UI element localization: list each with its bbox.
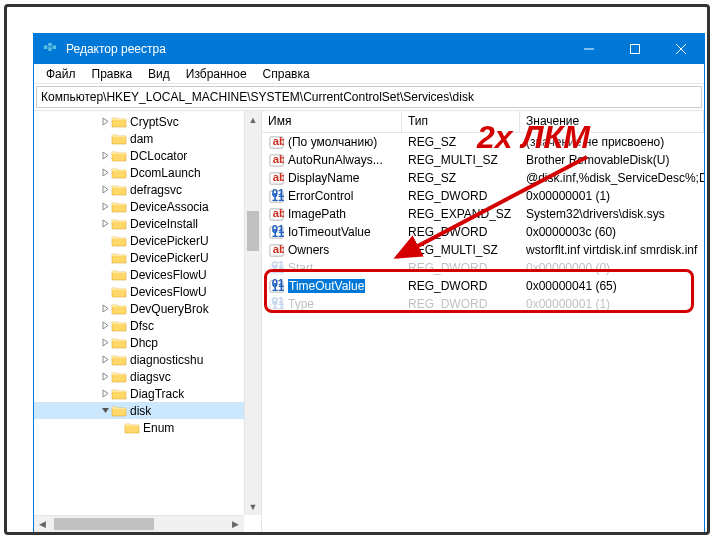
list-row[interactable]: abAutoRunAlways...REG_MULTI_SZBrother Re… xyxy=(262,151,704,169)
value-name: ErrorControl xyxy=(288,189,353,203)
value-name: DisplayName xyxy=(288,171,359,185)
value-data: @disk.inf,%disk_ServiceDesc%;Dis xyxy=(520,171,704,185)
scroll-down-icon[interactable]: ▼ xyxy=(245,498,261,515)
tree-item[interactable]: diagsvc xyxy=(34,368,261,385)
column-name[interactable]: Имя xyxy=(262,111,402,132)
tree-item-label: Dfsc xyxy=(130,319,154,333)
tree-item[interactable]: DevicePickerU xyxy=(34,232,261,249)
value-type: REG_MULTI_SZ xyxy=(402,153,520,167)
svg-text:ab: ab xyxy=(272,243,283,255)
folder-icon xyxy=(111,251,127,265)
address-bar[interactable]: Компьютер\HKEY_LOCAL_MACHINE\SYSTEM\Curr… xyxy=(36,86,702,108)
tree-toggle-icon[interactable] xyxy=(99,117,111,126)
list-header: Имя Тип Значение xyxy=(262,111,704,133)
tree-item[interactable]: defragsvc xyxy=(34,181,261,198)
tree-item[interactable]: DcomLaunch xyxy=(34,164,261,181)
tree-item[interactable]: DeviceAssocia xyxy=(34,198,261,215)
value-type: REG_DWORD xyxy=(402,297,520,311)
tree-toggle-icon[interactable] xyxy=(99,355,111,364)
tree-toggle-icon[interactable] xyxy=(99,372,111,381)
scroll-up-icon[interactable]: ▲ xyxy=(245,111,261,128)
column-value[interactable]: Значение xyxy=(520,111,704,132)
svg-text:110: 110 xyxy=(271,299,283,311)
tree-item[interactable]: Enum xyxy=(34,419,261,436)
tree-toggle-icon[interactable] xyxy=(99,151,111,160)
tree-scrollbar-vertical[interactable]: ▲ ▼ xyxy=(244,111,261,515)
tree-toggle-icon[interactable] xyxy=(99,219,111,228)
tree-item[interactable]: DevicesFlowU xyxy=(34,266,261,283)
scroll-right-icon[interactable]: ▶ xyxy=(227,516,244,532)
tree-item[interactable]: DiagTrack xyxy=(34,385,261,402)
folder-icon xyxy=(111,387,127,401)
tree-toggle-icon[interactable] xyxy=(99,406,111,415)
tree-toggle-icon[interactable] xyxy=(99,338,111,347)
list-row[interactable]: 011110StartREG_DWORD0x00000000 (0) xyxy=(262,259,704,277)
menu-file[interactable]: Файл xyxy=(38,65,84,83)
tree-item[interactable]: disk xyxy=(34,402,261,419)
menu-help[interactable]: Справка xyxy=(255,65,318,83)
svg-text:ab: ab xyxy=(272,207,283,219)
values-pane: Имя Тип Значение ab(По умолчанию)REG_SZ(… xyxy=(262,111,704,532)
folder-icon xyxy=(111,183,127,197)
tree-toggle-icon[interactable] xyxy=(99,202,111,211)
list-row[interactable]: ab(По умолчанию)REG_SZ(значение не присв… xyxy=(262,133,704,151)
tree-item-label: DevicesFlowU xyxy=(130,268,207,282)
folder-icon xyxy=(111,404,127,418)
tree-item-label: DevQueryBrok xyxy=(130,302,209,316)
list-row[interactable]: 011110TimeOutValueREG_DWORD0x00000041 (6… xyxy=(262,277,704,295)
folder-icon xyxy=(111,370,127,384)
reg-string-icon: ab xyxy=(268,170,284,186)
tree-item[interactable]: dam xyxy=(34,130,261,147)
tree-toggle-icon[interactable] xyxy=(99,185,111,194)
list-row[interactable]: 011110IoTimeoutValueREG_DWORD0x0000003c … xyxy=(262,223,704,241)
reg-binary-icon: 011110 xyxy=(268,224,284,240)
close-button[interactable] xyxy=(658,34,704,64)
tree-item[interactable]: diagnosticshu xyxy=(34,351,261,368)
tree-toggle-icon[interactable] xyxy=(99,389,111,398)
list-row[interactable]: 011110TypeREG_DWORD0x00000001 (1) xyxy=(262,295,704,313)
minimize-button[interactable] xyxy=(566,34,612,64)
list-row[interactable]: 011110ErrorControlREG_DWORD0x00000001 (1… xyxy=(262,187,704,205)
value-name: IoTimeoutValue xyxy=(288,225,371,239)
value-type: REG_DWORD xyxy=(402,261,520,275)
scroll-thumb-v[interactable] xyxy=(247,211,259,251)
list-row[interactable]: abImagePathREG_EXPAND_SZSystem32\drivers… xyxy=(262,205,704,223)
titlebar[interactable]: Редактор реестра xyxy=(34,34,704,64)
tree-item-label: CryptSvc xyxy=(130,115,179,129)
value-data: 0x00000041 (65) xyxy=(520,279,704,293)
svg-text:110: 110 xyxy=(271,263,283,275)
values-list[interactable]: ab(По умолчанию)REG_SZ(значение не присв… xyxy=(262,133,704,313)
tree-scrollbar-horizontal[interactable]: ◀ ▶ xyxy=(34,515,244,532)
folder-icon xyxy=(111,115,127,129)
folder-icon xyxy=(111,217,127,231)
tree-item-label: DiagTrack xyxy=(130,387,184,401)
tree-item[interactable]: DeviceInstall xyxy=(34,215,261,232)
scroll-thumb-h[interactable] xyxy=(54,518,154,530)
scroll-left-icon[interactable]: ◀ xyxy=(34,516,51,532)
value-type: REG_DWORD xyxy=(402,189,520,203)
registry-tree[interactable]: CryptSvcdamDCLocatorDcomLaunchdefragsvcD… xyxy=(34,111,261,532)
menu-favorites[interactable]: Избранное xyxy=(178,65,255,83)
tree-item[interactable]: DevicesFlowU xyxy=(34,283,261,300)
tree-item-label: defragsvc xyxy=(130,183,182,197)
tree-toggle-icon[interactable] xyxy=(99,321,111,330)
value-name: ImagePath xyxy=(288,207,346,221)
tree-item[interactable]: Dfsc xyxy=(34,317,261,334)
list-row[interactable]: abDisplayNameREG_SZ@disk.inf,%disk_Servi… xyxy=(262,169,704,187)
tree-item[interactable]: DCLocator xyxy=(34,147,261,164)
tree-item[interactable]: CryptSvc xyxy=(34,113,261,130)
folder-icon xyxy=(111,302,127,316)
tree-item[interactable]: DevicePickerU xyxy=(34,249,261,266)
folder-icon xyxy=(111,336,127,350)
list-row[interactable]: abOwnersREG_MULTI_SZwstorflt.inf virtdis… xyxy=(262,241,704,259)
tree-toggle-icon[interactable] xyxy=(99,304,111,313)
column-type[interactable]: Тип xyxy=(402,111,520,132)
tree-item[interactable]: DevQueryBrok xyxy=(34,300,261,317)
value-data: System32\drivers\disk.sys xyxy=(520,207,704,221)
menu-edit[interactable]: Правка xyxy=(84,65,141,83)
tree-toggle-icon[interactable] xyxy=(99,168,111,177)
maximize-button[interactable] xyxy=(612,34,658,64)
svg-rect-3 xyxy=(53,46,57,50)
tree-item[interactable]: Dhcp xyxy=(34,334,261,351)
menu-view[interactable]: Вид xyxy=(140,65,178,83)
